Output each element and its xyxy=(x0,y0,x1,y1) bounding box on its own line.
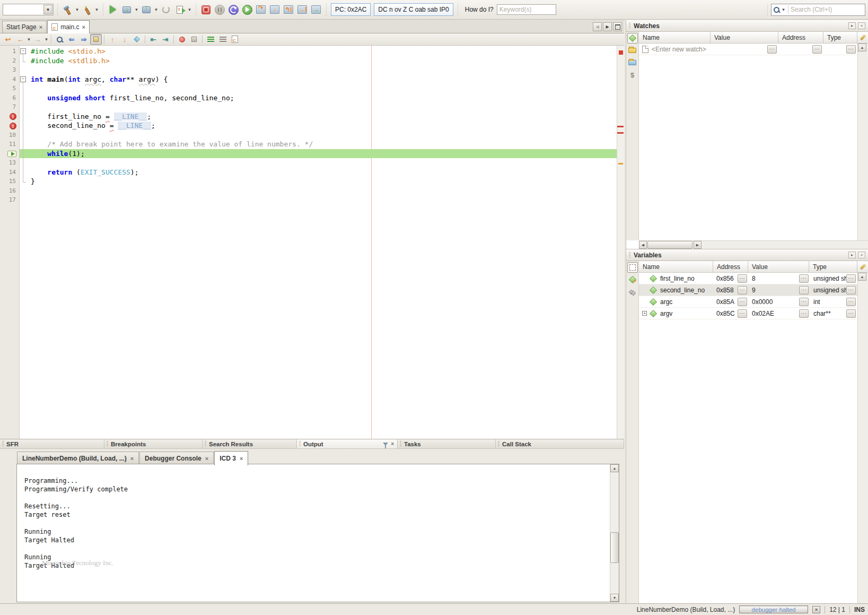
filter-icon[interactable] xyxy=(383,443,388,446)
code-line-1[interactable]: 1#include <stdio.h> xyxy=(0,47,617,56)
dock-header-call-stack[interactable]: Call Stack xyxy=(496,439,624,448)
fold-margin[interactable] xyxy=(20,47,27,56)
dock-header-output[interactable]: Output× xyxy=(297,439,398,448)
step-instruction-button[interactable]: → xyxy=(310,3,322,16)
ellipsis-button[interactable]: ... xyxy=(799,309,809,318)
fold-margin[interactable] xyxy=(20,112,27,122)
fold-margin[interactable] xyxy=(20,102,27,112)
scroll-up-icon[interactable]: ▲ xyxy=(858,44,866,51)
output-tab-debugger-console[interactable]: Debugger Console× xyxy=(139,452,214,464)
code-line-15[interactable]: 15} xyxy=(0,177,617,186)
error-stripe-top-mark[interactable] xyxy=(619,50,623,55)
clean-build-button[interactable] xyxy=(81,3,93,16)
memory-grid-icon[interactable]: × xyxy=(812,606,820,613)
variable-row-argv[interactable]: +argv0x85C...0x02AE...char**... xyxy=(639,308,857,319)
column-header-name[interactable]: Name xyxy=(639,32,711,44)
ellipsis-button[interactable]: ... xyxy=(738,298,747,306)
code-line-5[interactable]: 5 xyxy=(0,84,617,93)
minimize-window-icon[interactable]: ▸ xyxy=(848,252,856,258)
code-line-13[interactable]: 13 xyxy=(0,158,617,168)
fold-margin[interactable] xyxy=(20,93,27,103)
export-watches-button[interactable] xyxy=(627,57,638,68)
console-vertical-scrollbar[interactable]: ▲ ▼ xyxy=(610,464,619,602)
expand-icon[interactable]: + xyxy=(642,311,647,316)
uncomment-button[interactable] xyxy=(217,34,229,45)
ellipsis-button[interactable]: ... xyxy=(812,45,822,54)
float-window-icon[interactable]: × xyxy=(858,22,865,29)
table-customizer-button[interactable] xyxy=(857,32,868,44)
stop-macro-button[interactable] xyxy=(188,34,200,45)
column-header-type[interactable]: Type xyxy=(809,261,857,273)
code-line-14[interactable]: 14 return (EXIT_SUCCESS); xyxy=(0,168,617,177)
column-header-address[interactable]: Address xyxy=(713,261,748,273)
error-stripe[interactable] xyxy=(617,46,624,439)
code-line-9[interactable]: ! second_line_no = __LINE__; xyxy=(0,121,617,131)
code-editor[interactable]: 1#include <stdio.h>2#include <stdlib.h>3… xyxy=(0,46,624,439)
pause-button[interactable] xyxy=(213,3,226,16)
error-stripe-mark[interactable] xyxy=(617,132,624,134)
new-sfr-watch-button[interactable]: $ xyxy=(627,70,638,80)
program-counter-icon[interactable] xyxy=(7,151,16,157)
dock-header-tasks[interactable]: Tasks xyxy=(398,439,496,448)
output-tab-linenumberdemo-build-load[interactable]: LineNumberDemo (Build, Load, ...)× xyxy=(17,452,139,464)
close-icon[interactable]: × xyxy=(130,456,134,461)
code-line-3[interactable]: 3 xyxy=(0,65,617,75)
dock-header-search-results[interactable]: Search Results xyxy=(203,439,297,448)
code-line-12[interactable]: while(1); xyxy=(0,149,617,159)
table-customizer-button[interactable] xyxy=(857,261,868,273)
find-next-button[interactable]: ⇒ xyxy=(78,34,90,45)
close-icon[interactable]: × xyxy=(391,441,394,447)
column-header-name[interactable]: Name xyxy=(639,261,713,273)
select-columns-button[interactable] xyxy=(627,262,638,273)
ellipsis-button[interactable]: ... xyxy=(738,274,747,283)
variables-titlebar[interactable]: Variables ▸ × xyxy=(626,249,868,261)
shift-right-button[interactable]: ⇥ xyxy=(160,34,171,45)
goto-variable-button[interactable]: ↗ xyxy=(627,274,638,285)
dock-header-sfr[interactable]: SFR xyxy=(0,439,104,448)
back-dropdown[interactable]: ▼ xyxy=(27,37,31,42)
ellipsis-button[interactable]: ... xyxy=(846,309,856,318)
column-header-type[interactable]: Type xyxy=(823,32,857,44)
column-header-address[interactable]: Address xyxy=(778,32,823,44)
debug-project-button[interactable] xyxy=(173,3,186,16)
toggle-highlight-button[interactable] xyxy=(90,34,102,45)
fold-margin[interactable] xyxy=(20,186,27,196)
error-badge-icon[interactable]: ! xyxy=(10,123,16,129)
watches-scroll-strip[interactable]: ▲ xyxy=(857,44,868,240)
scrollbar-thumb[interactable] xyxy=(610,532,619,563)
minimize-window-icon[interactable]: ▸ xyxy=(848,22,856,29)
ellipsis-button[interactable]: ... xyxy=(799,286,809,294)
output-console[interactable]: ------- ---------- Programming...Program… xyxy=(16,464,619,602)
code-line-10[interactable]: 10 xyxy=(0,131,617,140)
program-device-button[interactable]: ↓ xyxy=(120,3,133,16)
fold-margin[interactable] xyxy=(20,177,27,186)
clean-build-dropdown[interactable]: ▼ xyxy=(94,7,99,12)
watch-name-cell[interactable]: <Enter new watch> xyxy=(639,44,711,55)
dock-header-breakpoints[interactable]: Breakpoints xyxy=(104,439,203,448)
variables-scroll-strip[interactable]: ▲ xyxy=(857,273,868,603)
step-out-button[interactable]: ↰I xyxy=(282,3,295,16)
read-device-button[interactable]: ↑ xyxy=(140,3,153,16)
output-tab-icd-3[interactable]: ICD 3× xyxy=(214,451,248,465)
error-badge-icon[interactable]: ! xyxy=(10,113,16,120)
ellipsis-button[interactable]: ... xyxy=(846,298,856,306)
scroll-down-icon[interactable]: ▼ xyxy=(610,594,619,602)
close-icon[interactable]: × xyxy=(240,456,243,461)
fold-margin[interactable] xyxy=(20,131,27,140)
import-watches-button[interactable] xyxy=(627,45,638,56)
run-to-cursor-button[interactable]: →I xyxy=(296,3,309,16)
new-watch-row[interactable]: <Enter new watch> ... ... ... xyxy=(639,44,857,55)
goto-header-button[interactable] xyxy=(229,34,241,45)
back-button[interactable]: ← xyxy=(14,34,26,45)
editor-tab-main-c[interactable]: main.c× xyxy=(47,20,90,33)
ellipsis-button[interactable]: ... xyxy=(846,45,856,54)
project-config-select[interactable]: ▼ xyxy=(3,4,54,15)
run-button[interactable] xyxy=(107,3,119,16)
watches-titlebar[interactable]: Watches ▸ × xyxy=(626,20,868,32)
next-bookmark-button[interactable]: ↓ xyxy=(119,34,130,45)
fold-margin[interactable] xyxy=(20,65,27,75)
read-device-dropdown[interactable]: ▼ xyxy=(154,7,159,12)
scroll-tabs-right-button[interactable]: ▶ xyxy=(603,22,612,31)
code-line-4[interactable]: 4int main(int argc, char** argv) { xyxy=(0,75,617,84)
watches-horizontal-scrollbar[interactable]: ◀ ▶ xyxy=(639,240,868,249)
